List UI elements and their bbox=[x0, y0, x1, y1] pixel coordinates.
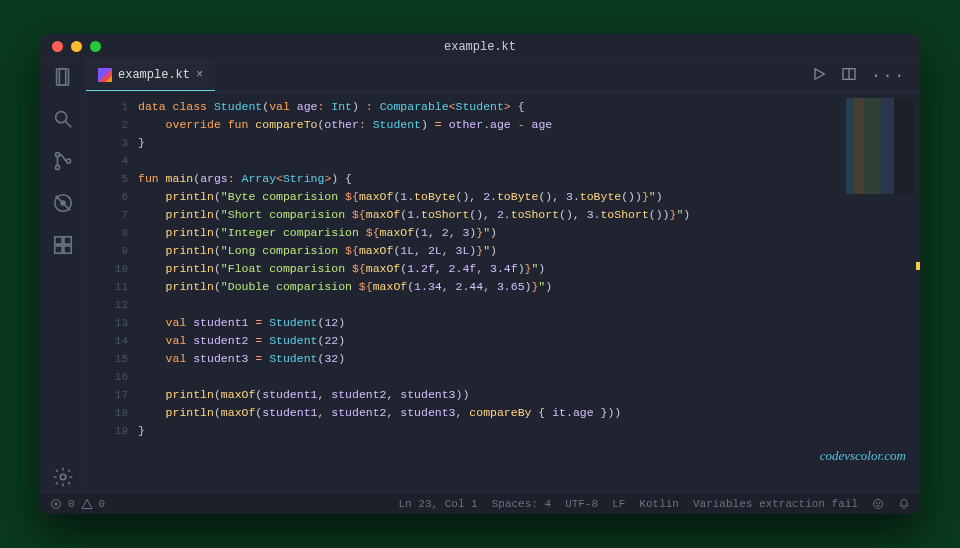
settings-icon[interactable] bbox=[52, 466, 74, 492]
language-status[interactable]: Kotlin bbox=[639, 498, 679, 510]
status-bar: 0 0 Ln 23, Col 1 Spaces: 4 UTF-8 LF Kotl… bbox=[40, 492, 920, 514]
svg-point-22 bbox=[879, 502, 880, 503]
svg-rect-9 bbox=[54, 237, 61, 244]
activity-bar bbox=[40, 60, 86, 492]
indentation-status[interactable]: Spaces: 4 bbox=[492, 498, 551, 510]
svg-rect-12 bbox=[63, 246, 70, 253]
svg-rect-10 bbox=[63, 237, 70, 244]
close-icon[interactable]: × bbox=[196, 68, 203, 82]
close-window-button[interactable] bbox=[52, 41, 63, 52]
titlebar: example.kt bbox=[40, 34, 920, 60]
kotlin-icon bbox=[98, 68, 112, 82]
svg-point-21 bbox=[876, 502, 877, 503]
problems-status[interactable]: 0 0 bbox=[50, 498, 105, 510]
svg-line-3 bbox=[65, 122, 71, 128]
window-controls bbox=[40, 41, 101, 52]
zoom-window-button[interactable] bbox=[90, 41, 101, 52]
svg-point-4 bbox=[55, 153, 59, 157]
svg-point-2 bbox=[55, 112, 66, 123]
search-icon[interactable] bbox=[52, 108, 74, 134]
tabs: example.kt × ··· bbox=[86, 60, 920, 92]
feedback-icon[interactable] bbox=[872, 498, 884, 510]
extension-status[interactable]: Variables extraction fail bbox=[693, 498, 858, 510]
warning-icon bbox=[81, 498, 93, 510]
svg-point-8 bbox=[60, 200, 66, 206]
editor-actions: ··· bbox=[811, 60, 920, 91]
line-gutter: 1 2 3 4 5 6 7 8 9 10 11 12 13 14 15 16 1… bbox=[86, 92, 138, 492]
source-control-icon[interactable] bbox=[52, 150, 74, 176]
error-icon bbox=[50, 498, 62, 510]
svg-point-13 bbox=[60, 474, 66, 480]
extensions-icon[interactable] bbox=[52, 234, 74, 260]
minimap[interactable] bbox=[846, 98, 914, 194]
split-editor-icon[interactable] bbox=[841, 66, 857, 86]
error-count: 0 bbox=[68, 498, 75, 510]
editor-window: example.kt example.kt × bbox=[40, 34, 920, 514]
run-icon[interactable] bbox=[811, 66, 827, 86]
svg-point-6 bbox=[66, 159, 70, 163]
warning-count: 0 bbox=[99, 498, 106, 510]
svg-marker-14 bbox=[815, 68, 824, 79]
code-editor[interactable]: 1 2 3 4 5 6 7 8 9 10 11 12 13 14 15 16 1… bbox=[86, 92, 920, 492]
svg-rect-11 bbox=[54, 246, 61, 253]
overview-ruler-marker bbox=[916, 262, 920, 270]
svg-rect-0 bbox=[56, 69, 65, 86]
tab-label: example.kt bbox=[118, 68, 190, 82]
tab-example-kt[interactable]: example.kt × bbox=[86, 60, 215, 91]
eol-status[interactable]: LF bbox=[612, 498, 625, 510]
explorer-icon[interactable] bbox=[52, 66, 74, 92]
svg-point-5 bbox=[55, 165, 59, 169]
svg-rect-1 bbox=[59, 69, 68, 86]
debug-icon[interactable] bbox=[52, 192, 74, 218]
cursor-position[interactable]: Ln 23, Col 1 bbox=[399, 498, 478, 510]
encoding-status[interactable]: UTF-8 bbox=[565, 498, 598, 510]
notifications-icon[interactable] bbox=[898, 498, 910, 510]
code-content[interactable]: data class Student(val age: Int) : Compa… bbox=[138, 92, 920, 492]
more-actions-icon[interactable]: ··· bbox=[871, 68, 906, 84]
window-title: example.kt bbox=[444, 40, 516, 54]
svg-point-20 bbox=[874, 499, 883, 508]
minimize-window-button[interactable] bbox=[71, 41, 82, 52]
editor-area: example.kt × ··· 1 2 3 4 5 6 7 8 9 10 11… bbox=[86, 60, 920, 492]
watermark: codevscolor.com bbox=[820, 448, 906, 464]
